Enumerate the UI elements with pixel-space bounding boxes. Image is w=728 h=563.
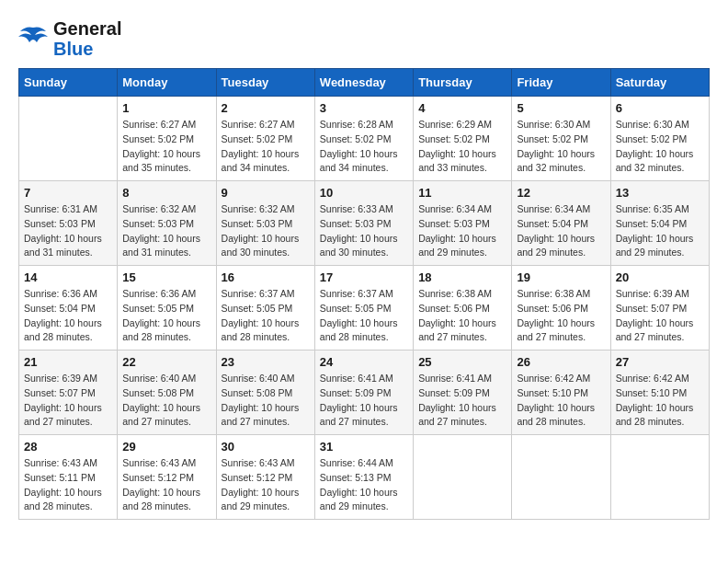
calendar-cell: 18Sunrise: 6:38 AM Sunset: 5:06 PM Dayli… (414, 266, 512, 350)
day-info: Sunrise: 6:43 AM Sunset: 5:12 PM Dayligh… (222, 456, 310, 514)
day-number: 19 (517, 270, 605, 284)
calendar-table: SundayMondayTuesdayWednesdayThursdayFrid… (18, 68, 710, 520)
day-info: Sunrise: 6:43 AM Sunset: 5:11 PM Dayligh… (24, 456, 112, 514)
calendar-cell: 7Sunrise: 6:31 AM Sunset: 5:03 PM Daylig… (19, 181, 118, 266)
calendar-cell: 8Sunrise: 6:32 AM Sunset: 5:03 PM Daylig… (118, 181, 216, 266)
calendar-cell: 17Sunrise: 6:37 AM Sunset: 5:05 PM Dayli… (314, 266, 413, 350)
day-info: Sunrise: 6:27 AM Sunset: 5:02 PM Dayligh… (222, 118, 310, 176)
day-number: 10 (320, 186, 408, 200)
day-info: Sunrise: 6:31 AM Sunset: 5:03 PM Dayligh… (24, 202, 112, 260)
day-number: 6 (616, 101, 704, 115)
calendar-cell: 16Sunrise: 6:37 AM Sunset: 5:05 PM Dayli… (216, 266, 314, 350)
day-number: 12 (517, 186, 605, 200)
day-info: Sunrise: 6:37 AM Sunset: 5:05 PM Dayligh… (320, 287, 408, 345)
calendar-cell: 1Sunrise: 6:27 AM Sunset: 5:02 PM Daylig… (118, 97, 216, 181)
calendar-cell: 3Sunrise: 6:28 AM Sunset: 5:02 PM Daylig… (314, 97, 413, 181)
weekday-header: Tuesday (216, 69, 314, 97)
day-number: 9 (222, 186, 310, 200)
calendar-cell: 9Sunrise: 6:32 AM Sunset: 5:03 PM Daylig… (216, 181, 314, 266)
day-info: Sunrise: 6:38 AM Sunset: 5:06 PM Dayligh… (517, 287, 605, 345)
day-number: 1 (122, 101, 210, 115)
day-info: Sunrise: 6:41 AM Sunset: 5:09 PM Dayligh… (418, 372, 506, 430)
calendar-cell: 6Sunrise: 6:30 AM Sunset: 5:02 PM Daylig… (610, 97, 709, 181)
day-number: 28 (24, 440, 112, 454)
calendar-cell: 10Sunrise: 6:33 AM Sunset: 5:03 PM Dayli… (314, 181, 413, 266)
calendar-cell: 5Sunrise: 6:30 AM Sunset: 5:02 PM Daylig… (512, 97, 610, 181)
calendar-cell: 21Sunrise: 6:39 AM Sunset: 5:07 PM Dayli… (19, 350, 118, 435)
calendar-cell: 15Sunrise: 6:36 AM Sunset: 5:05 PM Dayli… (118, 266, 216, 350)
day-info: Sunrise: 6:41 AM Sunset: 5:09 PM Dayligh… (320, 372, 408, 430)
day-number: 2 (222, 101, 310, 115)
weekday-header: Friday (512, 69, 610, 97)
calendar-header: SundayMondayTuesdayWednesdayThursdayFrid… (19, 69, 710, 97)
calendar-cell: 4Sunrise: 6:29 AM Sunset: 5:02 PM Daylig… (414, 97, 512, 181)
day-info: Sunrise: 6:36 AM Sunset: 5:04 PM Dayligh… (24, 287, 112, 345)
day-number: 14 (24, 270, 112, 284)
logo: General Blue (18, 18, 121, 59)
calendar-week-row: 14Sunrise: 6:36 AM Sunset: 5:04 PM Dayli… (19, 266, 710, 350)
day-number: 21 (24, 355, 112, 369)
day-info: Sunrise: 6:34 AM Sunset: 5:03 PM Dayligh… (418, 202, 506, 260)
calendar-week-row: 1Sunrise: 6:27 AM Sunset: 5:02 PM Daylig… (19, 97, 710, 181)
day-number: 22 (122, 355, 210, 369)
day-number: 26 (517, 355, 605, 369)
day-info: Sunrise: 6:32 AM Sunset: 5:03 PM Dayligh… (122, 202, 210, 260)
calendar-cell: 29Sunrise: 6:43 AM Sunset: 5:12 PM Dayli… (118, 435, 216, 520)
calendar-cell: 19Sunrise: 6:38 AM Sunset: 5:06 PM Dayli… (512, 266, 610, 350)
day-info: Sunrise: 6:35 AM Sunset: 5:04 PM Dayligh… (616, 202, 704, 260)
calendar-body: 1Sunrise: 6:27 AM Sunset: 5:02 PM Daylig… (19, 97, 710, 520)
day-info: Sunrise: 6:32 AM Sunset: 5:03 PM Dayligh… (222, 202, 310, 260)
day-info: Sunrise: 6:28 AM Sunset: 5:02 PM Dayligh… (320, 118, 408, 176)
day-number: 30 (222, 440, 310, 454)
weekday-header: Saturday (610, 69, 709, 97)
calendar-cell: 2Sunrise: 6:27 AM Sunset: 5:02 PM Daylig… (216, 97, 314, 181)
page-header: General Blue (18, 18, 710, 59)
day-info: Sunrise: 6:29 AM Sunset: 5:02 PM Dayligh… (418, 118, 506, 176)
day-info: Sunrise: 6:38 AM Sunset: 5:06 PM Dayligh… (418, 287, 506, 345)
day-number: 23 (222, 355, 310, 369)
day-number: 16 (222, 270, 310, 284)
calendar-cell: 23Sunrise: 6:40 AM Sunset: 5:08 PM Dayli… (216, 350, 314, 435)
day-number: 7 (24, 186, 112, 200)
day-number: 24 (320, 355, 408, 369)
calendar-week-row: 7Sunrise: 6:31 AM Sunset: 5:03 PM Daylig… (19, 181, 710, 266)
calendar-cell: 13Sunrise: 6:35 AM Sunset: 5:04 PM Dayli… (610, 181, 709, 266)
day-info: Sunrise: 6:40 AM Sunset: 5:08 PM Dayligh… (122, 372, 210, 430)
calendar-week-row: 28Sunrise: 6:43 AM Sunset: 5:11 PM Dayli… (19, 435, 710, 520)
header-row: SundayMondayTuesdayWednesdayThursdayFrid… (19, 69, 710, 97)
day-number: 5 (517, 101, 605, 115)
day-info: Sunrise: 6:40 AM Sunset: 5:08 PM Dayligh… (222, 372, 310, 430)
calendar-cell: 30Sunrise: 6:43 AM Sunset: 5:12 PM Dayli… (216, 435, 314, 520)
calendar-cell: 24Sunrise: 6:41 AM Sunset: 5:09 PM Dayli… (314, 350, 413, 435)
day-info: Sunrise: 6:36 AM Sunset: 5:05 PM Dayligh… (122, 287, 210, 345)
day-info: Sunrise: 6:42 AM Sunset: 5:10 PM Dayligh… (517, 372, 605, 430)
day-info: Sunrise: 6:39 AM Sunset: 5:07 PM Dayligh… (616, 287, 704, 345)
day-number: 13 (616, 186, 704, 200)
day-info: Sunrise: 6:42 AM Sunset: 5:10 PM Dayligh… (616, 372, 704, 430)
calendar-cell (512, 435, 610, 520)
day-info: Sunrise: 6:33 AM Sunset: 5:03 PM Dayligh… (320, 202, 408, 260)
calendar-cell: 25Sunrise: 6:41 AM Sunset: 5:09 PM Dayli… (414, 350, 512, 435)
day-number: 20 (616, 270, 704, 284)
calendar-cell (610, 435, 709, 520)
calendar-cell: 22Sunrise: 6:40 AM Sunset: 5:08 PM Dayli… (118, 350, 216, 435)
day-info: Sunrise: 6:43 AM Sunset: 5:12 PM Dayligh… (122, 456, 210, 514)
day-number: 11 (418, 186, 506, 200)
calendar-cell (19, 97, 118, 181)
calendar-cell: 31Sunrise: 6:44 AM Sunset: 5:13 PM Dayli… (314, 435, 413, 520)
day-info: Sunrise: 6:30 AM Sunset: 5:02 PM Dayligh… (616, 118, 704, 176)
calendar-cell: 27Sunrise: 6:42 AM Sunset: 5:10 PM Dayli… (610, 350, 709, 435)
day-number: 27 (616, 355, 704, 369)
weekday-header: Monday (118, 69, 216, 97)
calendar-week-row: 21Sunrise: 6:39 AM Sunset: 5:07 PM Dayli… (19, 350, 710, 435)
calendar-cell: 26Sunrise: 6:42 AM Sunset: 5:10 PM Dayli… (512, 350, 610, 435)
day-info: Sunrise: 6:44 AM Sunset: 5:13 PM Dayligh… (320, 456, 408, 514)
day-number: 25 (418, 355, 506, 369)
day-number: 31 (320, 440, 408, 454)
day-number: 17 (320, 270, 408, 284)
day-number: 15 (122, 270, 210, 284)
calendar-cell: 12Sunrise: 6:34 AM Sunset: 5:04 PM Dayli… (512, 181, 610, 266)
day-info: Sunrise: 6:34 AM Sunset: 5:04 PM Dayligh… (517, 202, 605, 260)
calendar-cell: 20Sunrise: 6:39 AM Sunset: 5:07 PM Dayli… (610, 266, 709, 350)
day-number: 8 (122, 186, 210, 200)
